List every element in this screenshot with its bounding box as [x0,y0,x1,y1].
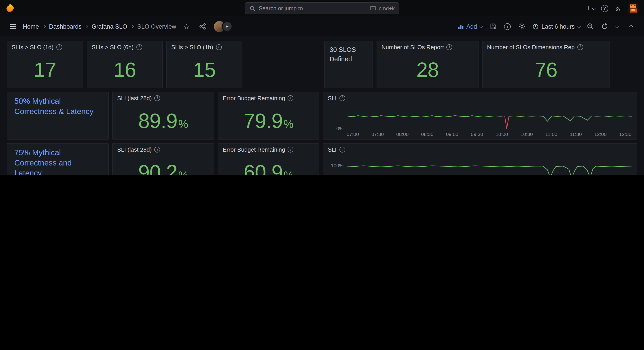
top-navigation-bar: cmd+k + [0,0,644,17]
panel-title: SLIs > SLO (1d) [12,44,54,50]
slo-link[interactable]: 50% Mythical Correctness & Latency [14,96,101,117]
search-input[interactable] [259,5,367,12]
breadcrumb-dashboards[interactable]: Dashboards [49,23,82,30]
keyboard-icon [370,5,376,12]
new-menu-button[interactable]: + [586,4,595,12]
clock-icon [532,23,539,30]
news-rss-icon[interactable] [614,5,622,12]
grafana-app: cmd+k + [0,0,644,175]
stat-value: 16 [114,59,136,80]
stat-unit: % [178,170,188,175]
help-icon[interactable] [601,5,608,12]
stat-value: 15 [193,59,216,80]
dashboard-settings-icon[interactable] [516,20,528,32]
sli-sparkline[interactable] [346,105,632,130]
x-tick-label: 09:30 [471,131,483,137]
sli-stat-panel: SLI (last 28d) 89.9% [112,92,214,140]
info-icon[interactable] [577,44,583,50]
refresh-interval-dropdown[interactable] [613,20,620,32]
info-icon[interactable] [136,44,142,50]
slo-title-panel: 50% Mythical Correctness & Latency [7,92,109,140]
shortcut-label: cmd+k [379,5,395,12]
info-icon[interactable] [446,44,452,50]
x-tick-label: 08:30 [421,131,433,137]
panel-title: Error Budget Remaining [223,146,285,153]
panel-title: Number of SLOs Report [382,44,444,50]
slo-row: 50% Mythical Correctness & Latency SLI (… [7,92,637,140]
share-icon[interactable] [197,20,208,32]
grafana-logo[interactable] [5,3,15,13]
panel-title: SLI [328,95,336,102]
info-icon[interactable] [154,147,160,152]
x-tick-label: 09:00 [446,131,458,137]
info-icon[interactable] [56,44,62,50]
panel-title: SLIs > SLO (1h) [171,44,213,50]
breadcrumb-home[interactable]: Home [23,23,39,30]
add-label: Add [466,23,477,30]
search-shortcut: cmd+k [370,5,395,12]
presence-badge[interactable]: E [222,21,232,32]
y-axis-tick: 0% [336,126,346,131]
panel-title: Number of SLOs Dimensions Rep [487,44,575,50]
stat-panel-slo-6h: SLIs > SLO (6h) 16 [87,41,163,88]
breadcrumb-current: SLO Overview [137,23,176,30]
stat-value: 28 [416,59,439,80]
info-icon[interactable] [339,147,345,152]
dashboard-insights-icon[interactable]: i [502,20,513,32]
time-range-picker[interactable]: Last 6 hours [530,23,582,30]
stat-panel-slo-1d: SLIs > SLO (1d) 17 [7,41,83,88]
stat-unit: % [178,118,188,130]
stat-value: 17 [34,59,56,80]
sli-chart-panel: SLI 0% 07:0007:3008:0008:3009:0009:3010:… [323,92,637,140]
add-button[interactable]: Add [454,23,484,30]
info-icon[interactable] [288,95,294,101]
chevron-right-icon [86,26,88,28]
x-tick-label: 10:00 [496,131,508,137]
sli-sparkline[interactable] [346,156,632,175]
stat-panel-slo-dimensions: Number of SLOs Dimensions Rep 76 [482,41,610,88]
error-budget-panel: Error Budget Remaining 60.9% [218,143,319,175]
text-panel-content: 30 SLOS Defined [325,41,372,68]
stat-value: 89.9 [138,110,177,131]
slo-link[interactable]: 75% Mythical Correctness and Latency [14,148,101,175]
chevron-right-icon [131,26,133,28]
plus-icon: + [586,4,591,12]
x-tick-label: 07:30 [372,131,384,137]
stat-panel-slo-1h: SLIs > SLO (1h) 15 [166,41,242,88]
x-tick-label: 07:00 [346,131,359,137]
chevron-right-icon [43,26,45,28]
y-axis-tick: 100% [331,163,346,168]
menu-toggle-icon[interactable] [7,20,18,32]
stat-panel-slos-reported: Number of SLOs Report 28 [376,41,478,88]
info-icon[interactable] [216,44,222,50]
text-panel-slos-defined: 30 SLOS Defined [324,41,373,88]
info-icon[interactable] [339,95,345,101]
x-tick-label: 12:00 [594,131,607,137]
breadcrumb: Home Dashboards Grafana SLO SLO Overview [23,23,176,30]
breadcrumb-folder[interactable]: Grafana SLO [92,23,127,30]
panel-title: SLIs > SLO (6h) [92,44,134,50]
dashboard-toolbar: Home Dashboards Grafana SLO SLO Overview… [0,17,644,36]
stat-unit: % [284,118,294,130]
dashboard-canvas: SLIs > SLO (1d) 17 SLIs > SLO (6h) 16 SL… [0,36,644,175]
collapse-toolbar-icon[interactable] [626,20,637,32]
bar-chart-icon [457,23,464,30]
presence-indicator[interactable]: E [214,21,232,32]
search-box[interactable]: cmd+k [245,2,399,14]
zoom-out-icon[interactable] [584,20,596,32]
info-icon[interactable] [154,95,160,101]
search-icon [249,5,256,12]
sli-stat-panel: SLI (last 28d) 90.2% [112,143,214,175]
summary-row: SLIs > SLO (1d) 17 SLIs > SLO (6h) 16 SL… [7,41,637,88]
chevron-down-icon [479,24,483,28]
error-budget-panel: Error Budget Remaining 79.9% [218,92,319,140]
info-icon[interactable] [288,147,294,152]
star-icon[interactable]: ☆ [181,20,192,32]
x-tick-label: 11:00 [546,131,557,137]
refresh-icon[interactable] [599,20,610,32]
x-axis-ticks: 07:0007:3008:0008:3009:0009:3010:0010:30… [346,131,632,137]
x-tick-label: 08:00 [396,131,408,137]
save-dashboard-icon[interactable] [487,20,499,32]
x-tick-label: 11:30 [570,131,582,137]
user-avatar[interactable] [628,3,639,14]
